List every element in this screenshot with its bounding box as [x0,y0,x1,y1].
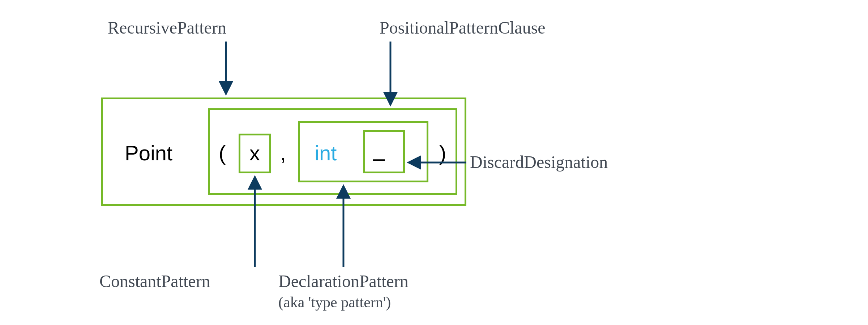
diagram-canvas: RecursivePattern PositionalPatternClause… [0,0,868,325]
label-recursive-pattern: RecursivePattern [108,17,226,38]
token-comma: , [280,143,286,164]
label-discard-designation: DiscardDesignation [470,152,608,173]
label-positional-pattern-clause: PositionalPatternClause [380,17,546,38]
token-underscore: _ [373,139,385,160]
label-declaration-pattern-aka: (aka 'type pattern') [278,293,391,311]
token-lparen: ( [219,143,226,164]
label-declaration-pattern: DeclarationPattern [278,271,409,292]
token-point: Point [125,143,172,164]
token-rparen: ) [439,143,446,164]
label-constant-pattern: ConstantPattern [99,271,210,292]
token-x: x [249,143,260,164]
token-int: int [315,143,337,164]
